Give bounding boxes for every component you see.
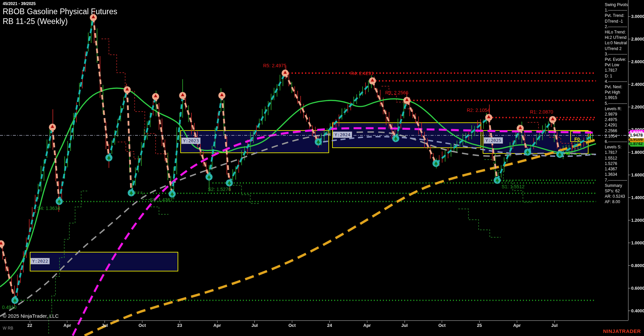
chart-window: 45/2021 - 39/2025 RBOB Gasoline Physical… (0, 0, 644, 336)
chart-plot-area[interactable] (0, 0, 644, 336)
